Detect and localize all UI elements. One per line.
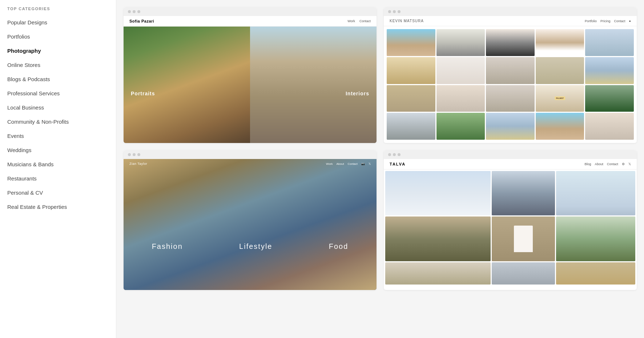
card3-background [124, 159, 377, 290]
card-header-sofia [124, 7, 377, 16]
card2-content: KEVIN MATSURA Portfolio Pricing Contact … [384, 16, 637, 143]
card4-content: TALVA Blog About Contact ⚙ 𝕏 [384, 159, 637, 286]
templates-grid: Sofia Pazari Work Contact Portraits Inte… [124, 7, 637, 290]
photo-gray [486, 113, 535, 140]
photo4-bottom2 [492, 262, 555, 285]
photo-wall [436, 85, 485, 112]
card2-nav: KEVIN MATSURA Portfolio Pricing Contact … [384, 16, 637, 26]
template-card-kevin-matsura[interactable]: KEVIN MATSURA Portfolio Pricing Contact … [384, 7, 637, 143]
photo-coffee [536, 57, 584, 84]
card3-nav-links: Work About Contact 📷 𝕏 [326, 162, 371, 166]
dot-8 [133, 153, 136, 156]
card1-nav-work[interactable]: Work [347, 19, 355, 23]
photo-misc [585, 113, 634, 140]
card2-photo-grid [384, 26, 637, 143]
sidebar-item-popular-designs[interactable]: Popular Designs [0, 15, 116, 29]
template-card-talva[interactable]: TALVA Blog About Contact ⚙ 𝕏 [384, 150, 637, 290]
template-card-sofia-pazari[interactable]: Sofia Pazari Work Contact Portraits Inte… [124, 7, 377, 143]
dot-6 [398, 10, 401, 13]
sidebar-item-personal-cv[interactable]: Personal & CV [0, 186, 116, 200]
sidebar-item-online-stores[interactable]: Online Stores [0, 58, 116, 72]
sidebar-item-community-nonprofits[interactable]: Community & Non-Profits [0, 115, 116, 129]
card4-nav-title: TALVA [390, 162, 406, 166]
sidebar-item-photography[interactable]: Photography [0, 44, 116, 58]
card1-image-right: Interiors [250, 27, 377, 143]
dot-10 [388, 153, 391, 156]
card4-nav-contact[interactable]: Contact [607, 162, 618, 166]
sidebar-item-blogs-podcasts[interactable]: Blogs & Podcasts [0, 72, 116, 86]
sidebar-item-professional-services[interactable]: Professional Services [0, 86, 116, 100]
dot-5 [393, 10, 396, 13]
card4-nav-icon1: ⚙ [622, 162, 625, 166]
dot-4 [388, 10, 391, 13]
card2-nav-title: KEVIN MATSURA [390, 19, 424, 23]
sidebar-item-musicians-bands[interactable]: Musicians & Bands [0, 157, 116, 171]
card2-nav-portfolio[interactable]: Portfolio [585, 19, 597, 23]
photo-lamp [387, 57, 435, 84]
dot-11 [393, 153, 396, 156]
card1-nav: Sofia Pazari Work Contact [124, 16, 377, 27]
template-card-zian-taylor[interactable]: Zian Taylor Work About Contact 📷 𝕏 Fashi… [124, 150, 377, 290]
photo-nature [436, 113, 485, 140]
card3-nav-icon1: 📷 [361, 162, 365, 166]
sidebar-item-local-business[interactable]: Local Business [0, 100, 116, 115]
photo-white [436, 57, 485, 84]
dot-2 [133, 10, 136, 13]
card3-nav-contact[interactable]: Contact [347, 162, 358, 166]
card-header-talva [384, 150, 637, 159]
sidebar-item-portfolios[interactable]: Portfolios [0, 29, 116, 44]
photo4-shed [492, 216, 555, 261]
photo-dance [436, 29, 485, 56]
card1-nav-contact[interactable]: Contact [359, 19, 371, 23]
card3-nav-icon2: 𝕏 [369, 162, 371, 166]
card1-right-label: Interiors [346, 91, 369, 96]
sidebar-item-events[interactable]: Events [0, 129, 116, 143]
photo-cup [536, 29, 584, 56]
photo-palmist [536, 85, 584, 112]
card1-images: Portraits Interiors [124, 27, 377, 143]
card3-nav-work[interactable]: Work [326, 162, 333, 166]
dot-12 [398, 153, 401, 156]
photo4-lake [556, 216, 635, 261]
dot-7 [128, 153, 131, 156]
card3-category-labels: Fashion Lifestyle Food [124, 242, 377, 251]
photo4-field [385, 216, 491, 261]
photo4-mountain [492, 171, 555, 215]
card2-nav-links: Portfolio Pricing Contact ● [585, 19, 631, 23]
photo-car [387, 85, 435, 112]
photo-people [585, 85, 634, 112]
photo4-pier [556, 171, 635, 215]
dot-3 [137, 10, 140, 13]
card3-content: Zian Taylor Work About Contact 📷 𝕏 Fashi… [124, 159, 377, 290]
sidebar-item-weddings[interactable]: Weddings [0, 143, 116, 157]
photo-stands [585, 29, 634, 56]
card-header-kevin [384, 7, 637, 16]
card4-nav-icon2: 𝕏 [628, 162, 631, 166]
card3-label-fashion: Fashion [152, 242, 183, 251]
photo-portrait [486, 29, 535, 56]
photo4-horses [385, 171, 491, 215]
card4-nav: TALVA Blog About Contact ⚙ 𝕏 [384, 159, 637, 170]
card3-label-lifestyle: Lifestyle [239, 242, 272, 251]
sidebar-item-restaurants[interactable]: Restaurants [0, 171, 116, 186]
card3-nav-about[interactable]: About [337, 162, 344, 166]
photo-mountain [387, 113, 435, 140]
card3-label-food: Food [329, 242, 349, 251]
photo4-bottom3 [556, 262, 635, 285]
photo4-bottom1 [385, 262, 491, 285]
card2-nav-icon: ● [629, 19, 631, 23]
photo-rocks [536, 113, 584, 140]
card-header-zian [124, 150, 377, 159]
dot-9 [137, 153, 140, 156]
card2-nav-pricing[interactable]: Pricing [600, 19, 611, 23]
photo-dark [486, 85, 535, 112]
photo-sky [585, 57, 634, 84]
card4-nav-about[interactable]: About [595, 162, 603, 166]
sidebar: TOP CATEGORIES Popular Designs Portfolio… [0, 0, 116, 338]
photo-bw [486, 57, 535, 84]
sidebar-item-real-estate[interactable]: Real Estate & Properties [0, 200, 116, 214]
card4-nav-blog[interactable]: Blog [584, 162, 591, 166]
card2-nav-contact[interactable]: Contact [614, 19, 625, 23]
photo-beach [387, 29, 435, 56]
card4-photo-grid [384, 170, 637, 286]
